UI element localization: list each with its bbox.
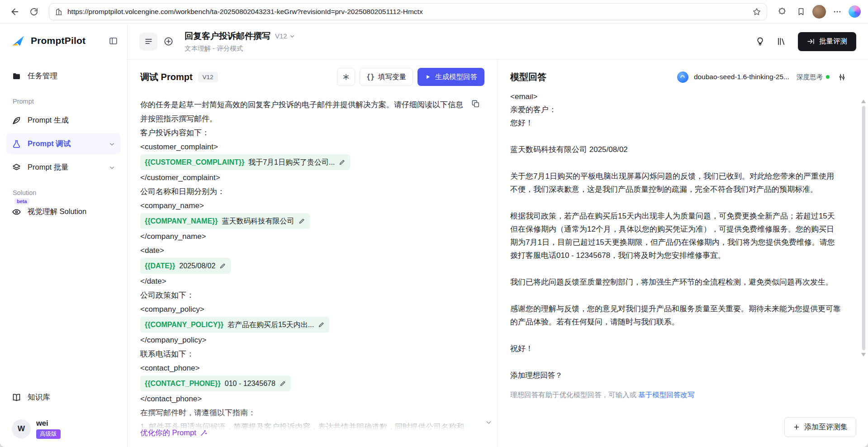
menu-hamburger-button[interactable] [139,33,157,51]
main-area: 回复客户投诉邮件撰写 V12 文本理解 - 评分模式 [128,24,868,447]
answer-paragraph: <email>亲爱的客户：您好！ [510,94,841,129]
variable-name: {{COMPANY_NAME}} [145,214,218,228]
sidebar-item-task-management[interactable]: 任务管理 [6,66,121,86]
address-bar[interactable]: https://promptpilot.volcengine.com/workb… [49,3,767,20]
plus-icon [793,423,800,431]
edit-variable-icon[interactable] [318,321,325,328]
answer-panel-header: 模型回答 doubao-seed-1.6-thinking-25... 深度思考 [498,60,868,94]
browser-profile-avatar[interactable] [812,5,826,19]
answer-paragraph: 感谢您的理解与反馈，您的意见对我们提升产品和服务质量至关重要。期待未来能为您提供… [510,302,841,328]
folder-icon [12,71,21,81]
sidebar-item-label: 任务管理 [28,71,57,81]
ai-polish-button[interactable] [337,68,355,86]
optimize-prompt-link[interactable]: 优化你的 Prompt [140,426,208,440]
sidebar-item-prompt-debug[interactable]: Prompt 调试 [6,133,121,154]
prompt-line: <contact_phone> [140,361,465,375]
prompt-line: 公司政策如下： [140,288,465,302]
prompt-debug-panel: 调试 Prompt V12 {} 填写变量 [128,60,498,447]
rewrite-from-answer-link[interactable]: 基于模型回答改写 [638,391,694,399]
eye-icon [12,207,21,217]
scroll-down-icon[interactable] [485,418,493,426]
optimize-prompt-label: 优化你的 Prompt [140,426,196,440]
back-button[interactable] [7,4,23,19]
user-name: wei [36,419,61,428]
answer-scrollbar[interactable] [860,100,867,416]
prompt-line: <company_policy> [140,302,465,316]
page-title: 回复客户投诉邮件撰写 [185,30,270,42]
variable-value: 蓝天数码科技有限公司 [222,214,294,228]
prompt-editor[interactable]: 你的任务是起草一封简短高效的回复客户投诉的电子邮件并提供解决方案。请仔细阅读以下… [128,94,497,447]
version-selector[interactable]: V12 [275,32,295,40]
prompt-line: </date> [140,274,465,288]
sidebar-item-prompt-batch[interactable]: Prompt 批量 [6,157,121,178]
idea-icon[interactable] [755,37,765,46]
prompt-toolbar: {} 填写变量 生成模型回答 [337,68,484,86]
sidebar-item-vision-solution[interactable]: beta 视觉理解 Solution [6,201,121,222]
copy-prompt-icon[interactable] [471,100,480,108]
scrollbar-thumb[interactable] [862,106,865,350]
edit-variable-icon[interactable] [219,262,226,269]
variable-chip[interactable]: {{COMPANY_POLICY}}若产品在购买后15天内出... [140,317,329,333]
sidebar-item-knowledge-base[interactable]: 知识库 [6,387,121,408]
add-to-eval-button[interactable]: 添加至评测集 [784,417,856,437]
sidebar-item-label: 视觉理解 Solution [28,207,86,217]
promptpilot-logo-icon [10,33,26,49]
site-info-icon[interactable] [55,8,63,16]
library-icon[interactable] [777,37,786,46]
generate-answer-button[interactable]: 生成模型回答 [417,68,484,86]
edit-variable-icon[interactable] [280,380,286,387]
prompt-line: <customer_complaint> [140,140,465,154]
favorites-icon[interactable] [793,4,809,19]
batch-eval-label: 批量评测 [819,37,847,46]
prompt-panel-header: 调试 Prompt V12 {} 填写变量 [128,60,497,94]
variable-chip[interactable]: {{CONTACT_PHONE}}010 - 12345678 [140,376,291,391]
ideal-answer-title: 添加理想回答？ [510,369,841,382]
browser-toolbar: https://promptpilot.volcengine.com/workb… [0,0,868,24]
browser-extension-icon[interactable] [774,4,790,19]
answer-paragraph: 根据我司政策，若产品在购买后15天内出现非人为质量问题，可免费更换全新产品；若超… [510,209,841,262]
bookmark-star-icon[interactable] [752,7,761,16]
prompt-editor-body: 你的任务是起草一封简短高效的回复客户投诉的电子邮件并提供解决方案。请仔细阅读以下… [140,98,465,434]
prompt-line-variable: {{COMPANY_NAME}}蓝天数码科技有限公司 [140,213,465,229]
browser-menu-icon[interactable] [830,4,845,19]
fill-variables-label: 填写变量 [378,72,406,82]
braces-icon: {} [366,73,375,81]
sidebar: PromptPilot 任务管理 Prompt Prompt 生成 [0,24,128,447]
flask-icon [12,139,21,149]
section-label-prompt: Prompt [0,88,127,109]
variable-chip[interactable]: {{CUSTOMER_COMPLAINT}}我于7月1日购买了贵公司... [140,154,350,170]
chevron-down-icon[interactable] [109,164,115,171]
book-icon [12,393,21,402]
user-profile[interactable]: W wei 高级版 [0,413,127,439]
scroll-up-icon [861,100,866,103]
model-settings-icon[interactable] [838,73,846,81]
variable-name: {{COMPANY_POLICY}} [145,318,223,332]
refresh-button[interactable] [26,4,42,19]
new-task-button[interactable] [159,33,177,51]
edit-variable-icon[interactable] [339,159,346,166]
sidebar-item-prompt-generate[interactable]: Prompt 生成 [6,110,121,131]
answer-paragraph: 我们已将此问题反馈至质量控制部门，将加强生产环节的全流程检测，避免类似问题再次发… [510,276,841,289]
doubao-model-icon [677,71,688,83]
collapse-sidebar-icon[interactable] [109,36,118,46]
optimize-bar: 优化你的 Prompt [128,410,497,447]
ideal-hint-text: 理想回答有助于优化模型回答，可输入或 [510,391,638,399]
chevron-down-icon[interactable] [109,141,115,147]
variable-value: 010 - 12345678 [225,376,275,390]
sidebar-item-label: Prompt 调试 [28,139,71,149]
variable-chip[interactable]: {{COMPANY_NAME}}蓝天数码科技有限公司 [140,213,310,229]
workbench-header: 回复客户投诉邮件撰写 V12 文本理解 - 评分模式 [128,24,868,60]
variable-chip[interactable]: {{DATE}}2025/08/02 [140,258,231,274]
brand-name: PromptPilot [31,35,85,46]
model-name[interactable]: doubao-seed-1.6-thinking-25... [694,73,789,81]
copilot-icon[interactable] [849,5,861,18]
answer-paragraph: 祝好！ [510,342,841,355]
url-text: https://promptpilot.volcengine.com/workb… [67,8,748,16]
fill-variables-button[interactable]: {} 填写变量 [360,68,413,86]
prompt-line: <company_name> [140,199,465,213]
prompt-version-badge: V12 [198,72,218,82]
generate-answer-label: 生成模型回答 [435,72,477,82]
magic-wand-icon [200,429,208,437]
batch-eval-button[interactable]: 批量评测 [798,32,856,51]
edit-variable-icon[interactable] [299,218,305,224]
